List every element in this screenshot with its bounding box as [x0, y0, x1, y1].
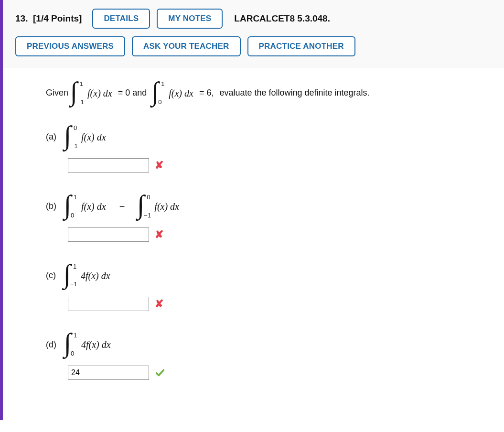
part-c-label: (c): [46, 270, 56, 281]
part-a-input[interactable]: [68, 158, 149, 173]
question-number: 13. [1/4 Points]: [15, 13, 82, 24]
my-notes-button[interactable]: MY NOTES: [157, 9, 223, 29]
given-lead: Given: [46, 87, 68, 99]
question-container: 13. [1/4 Points] DETAILS MY NOTES LARCAL…: [0, 0, 504, 420]
minus-operator: −: [119, 200, 125, 213]
question-body: Given ∫ 1 −1 f(x) dx = 0 and ∫ 1 0 f(x) …: [3, 67, 504, 420]
part-d: (d) ∫ 1 0 4f(x) dx: [46, 332, 485, 380]
previous-answers-button[interactable]: PREVIOUS ANSWERS: [15, 36, 125, 56]
wrong-icon: ✘: [155, 227, 163, 242]
given-tail: evaluate the following definite integral…: [219, 87, 369, 99]
part-b-integral-1: ∫ 1 0 f(x) dx: [65, 194, 106, 219]
part-a-integral: ∫ 0 −1 f(x) dx: [65, 125, 106, 150]
part-a: (a) ∫ 0 −1 f(x) dx ✘: [46, 125, 485, 173]
question-header: 13. [1/4 Points] DETAILS MY NOTES LARCAL…: [3, 0, 504, 67]
part-c: (c) ∫ 1 −1 4f(x) dx ✘: [46, 263, 485, 312]
part-b-input[interactable]: [68, 227, 149, 242]
details-button[interactable]: DETAILS: [92, 9, 150, 29]
given-eq-1: = 0 and: [118, 87, 147, 99]
given-statement: Given ∫ 1 −1 f(x) dx = 0 and ∫ 1 0 f(x) …: [46, 81, 485, 106]
integral-given-2: ∫ 1 0 f(x) dx: [152, 81, 193, 106]
part-d-integral: ∫ 1 0 4f(x) dx: [65, 332, 111, 357]
part-b-integral-2: ∫ 0 −1 f(x) dx: [138, 194, 179, 219]
ask-teacher-button[interactable]: ASK YOUR TEACHER: [132, 36, 241, 56]
part-c-integral: ∫ 1 −1 4f(x) dx: [64, 263, 110, 288]
question-reference: LARCALCET8 5.3.048.: [234, 13, 330, 24]
integral-given-1: ∫ 1 −1 f(x) dx: [71, 81, 112, 106]
part-a-label: (a): [46, 131, 56, 143]
practice-another-button[interactable]: PRACTICE ANOTHER: [247, 36, 355, 56]
part-c-input[interactable]: [68, 297, 149, 311]
part-b-label: (b): [46, 200, 56, 212]
part-d-label: (d): [46, 339, 56, 351]
given-eq-2: = 6,: [199, 87, 214, 99]
part-b: (b) ∫ 1 0 f(x) dx − ∫ 0 −1 f(: [46, 194, 485, 242]
wrong-icon: ✘: [155, 158, 163, 173]
correct-icon: [155, 367, 165, 378]
part-d-input[interactable]: [68, 366, 149, 380]
wrong-icon: ✘: [155, 297, 163, 312]
